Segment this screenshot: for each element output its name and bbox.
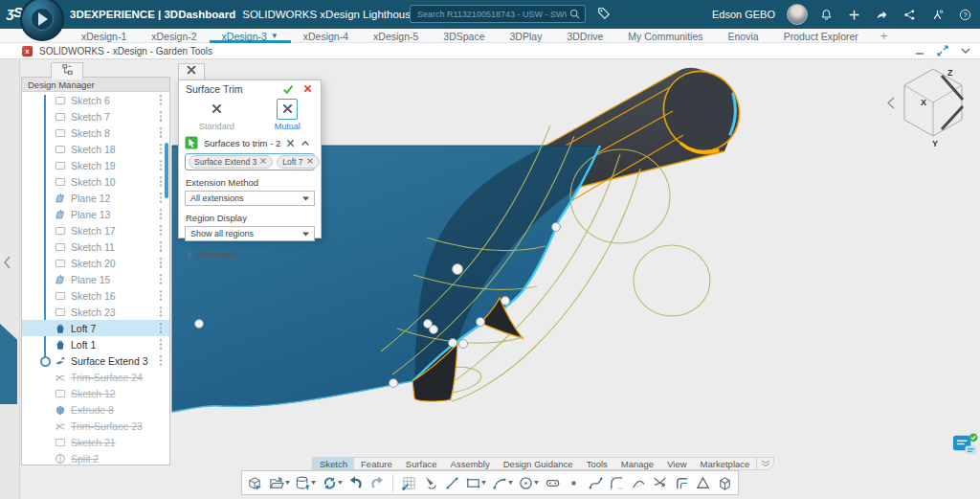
save-icon[interactable]	[295, 475, 316, 491]
offset-icon[interactable]	[674, 475, 690, 491]
selection-cursor-icon[interactable]	[185, 136, 198, 149]
select-lasso-icon[interactable]	[422, 475, 438, 491]
tree-item-loft-7[interactable]: Loft 7	[22, 320, 169, 336]
line-icon[interactable]	[444, 475, 460, 491]
tree-item-plane-13[interactable]: Plane 13	[22, 206, 169, 222]
network-icon[interactable]	[902, 9, 917, 21]
spline-icon[interactable]	[588, 475, 604, 491]
tree-item-surface-extend-3[interactable]: Surface Extend 3	[22, 352, 169, 369]
tree-item-sketch-11[interactable]: Sketch 11	[22, 238, 169, 255]
kebab-menu-icon[interactable]	[159, 175, 163, 188]
kebab-menu-icon[interactable]	[159, 322, 163, 334]
advanced-expander[interactable]: Advanced	[187, 249, 321, 260]
kebab-menu-icon[interactable]	[159, 208, 163, 220]
tree-item-sketch-6[interactable]: Sketch 6	[22, 92, 169, 108]
kebab-menu-icon[interactable]	[159, 143, 163, 155]
search-input[interactable]	[411, 10, 569, 19]
edge-banner[interactable]	[0, 324, 17, 404]
ribbon-tab-surface[interactable]: Surface	[399, 458, 444, 469]
ribbon-tab-design-guidance[interactable]: Design Guidance	[497, 458, 580, 469]
app-tab-xdesign-4[interactable]: xDesign-4	[291, 29, 361, 43]
open-icon[interactable]	[269, 475, 290, 491]
scrollbar-thumb[interactable]	[165, 143, 168, 198]
app-tab-xdesign-3[interactable]: xDesign-3▼	[210, 29, 291, 43]
tree-item-trim-surface-23[interactable]: Trim-Surface 23	[22, 418, 169, 434]
bell-icon[interactable]	[819, 9, 834, 21]
tree-item-sketch-10[interactable]: Sketch 10	[22, 173, 169, 190]
tree-item-sketch-17[interactable]: Sketch 17	[22, 222, 169, 238]
add-icon[interactable]	[847, 9, 861, 21]
fillet-icon[interactable]	[609, 475, 625, 491]
tree-item-plane-15[interactable]: Plane 15	[22, 271, 169, 287]
chip-loft-7[interactable]: Loft 7	[277, 155, 319, 169]
kebab-menu-icon[interactable]	[159, 159, 163, 171]
circle-icon[interactable]	[518, 475, 539, 491]
trim-icon[interactable]	[652, 475, 668, 491]
kebab-menu-icon[interactable]	[159, 94, 163, 106]
share-icon[interactable]	[875, 9, 889, 21]
global-search[interactable]	[410, 5, 586, 23]
ribbon-tab-sketch[interactable]: Sketch	[313, 458, 354, 469]
tree-item-sketch-12[interactable]: Sketch 12	[22, 385, 169, 401]
avatar[interactable]	[787, 4, 808, 25]
tree-item-sketch-18[interactable]: Sketch 18	[22, 141, 169, 157]
user-name[interactable]: Edson GEBO	[712, 9, 775, 20]
tree-item-sketch-19[interactable]: Sketch 19	[22, 157, 169, 173]
kebab-menu-icon[interactable]	[159, 273, 163, 285]
region-display-select[interactable]: Show all regions	[185, 226, 315, 241]
ribbon-tab-manage[interactable]: Manage	[614, 458, 660, 469]
ribbon-tab-marketplace[interactable]: Marketplace	[694, 458, 757, 469]
sync-icon[interactable]	[322, 475, 343, 491]
ribbon-tab-feature[interactable]: Feature	[354, 458, 399, 469]
kebab-menu-icon[interactable]	[159, 110, 163, 123]
kebab-menu-icon[interactable]	[159, 257, 163, 269]
slot-icon[interactable]	[545, 475, 561, 491]
app-tab-enovia[interactable]: Enovia	[716, 29, 771, 43]
tree-item-sketch-7[interactable]: Sketch 7	[22, 108, 169, 125]
app-tab-3dplay[interactable]: 3DPlay	[498, 29, 555, 43]
chat-widget[interactable]	[952, 432, 978, 462]
app-tab-xdesign-1[interactable]: xDesign-1	[69, 29, 139, 43]
polygon-icon[interactable]	[695, 475, 711, 491]
chip-surface-extend-3[interactable]: Surface Extend 3	[189, 155, 273, 169]
tree-item-loft-1[interactable]: Loft 1	[22, 336, 169, 352]
import-icon[interactable]	[247, 475, 263, 491]
kebab-menu-icon[interactable]	[159, 240, 163, 253]
design-manager-tab[interactable]	[51, 62, 83, 79]
confirm-button[interactable]	[282, 83, 294, 95]
panel-collapse-chevron[interactable]	[3, 256, 11, 269]
tree-item-split-2[interactable]: Split 2	[22, 450, 169, 466]
app-tab-3dspace[interactable]: 3DSpace	[431, 29, 497, 43]
ribbon-tab-assembly[interactable]: Assembly	[444, 458, 497, 469]
tree-item-extrude-8[interactable]: Extrude 8	[22, 401, 169, 418]
arc-icon[interactable]	[492, 475, 513, 491]
tree-item-sketch-21[interactable]: Sketch 21	[22, 434, 169, 450]
box-icon[interactable]	[717, 475, 733, 491]
kebab-menu-icon[interactable]	[159, 224, 163, 237]
surfaces-to-trim-field[interactable]: Surface Extend 3Loft 7	[185, 153, 315, 170]
sketch-grid-icon[interactable]	[401, 475, 417, 491]
ribbon-tab-view[interactable]: View	[660, 458, 693, 469]
tree-item-sketch-16[interactable]: Sketch 16	[22, 287, 169, 304]
chip-remove-icon[interactable]	[306, 157, 314, 167]
add-tab-button[interactable]: +	[871, 29, 898, 43]
surface-trim-tab[interactable]	[178, 63, 205, 79]
toolbar-collapse-chevron[interactable]	[757, 457, 774, 470]
ribbon-tab-tools[interactable]: Tools	[580, 458, 614, 469]
app-tab-product-explorer[interactable]: Product Explorer	[771, 29, 871, 43]
extension-method-select[interactable]: All extensions	[185, 191, 315, 206]
cancel-button[interactable]	[302, 83, 313, 94]
tree-item-plane-12[interactable]: Plane 12	[22, 190, 169, 206]
kebab-menu-icon[interactable]	[159, 289, 163, 302]
clear-selection-icon[interactable]	[286, 139, 295, 147]
apps-icon[interactable]	[930, 9, 945, 21]
app-tab-xdesign-2[interactable]: xDesign-2	[139, 29, 209, 43]
app-tab-my-communities[interactable]: My Communities	[615, 29, 715, 43]
tree-item-trim-surface-24[interactable]: Trim-Surface 24	[22, 369, 169, 385]
tree-item-sketch-20[interactable]: Sketch 20	[22, 255, 169, 271]
kebab-menu-icon[interactable]	[159, 192, 163, 204]
collapse-section-icon[interactable]	[301, 140, 310, 147]
point-icon[interactable]	[566, 475, 582, 491]
tree-item-sketch-23[interactable]: Sketch 23	[22, 304, 169, 320]
chip-remove-icon[interactable]	[259, 157, 267, 167]
